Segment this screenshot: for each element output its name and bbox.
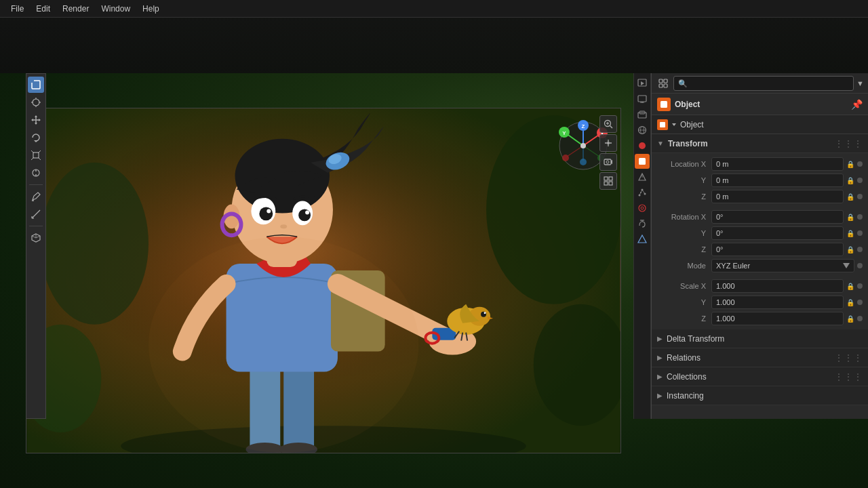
prop-render-icon[interactable] bbox=[635, 76, 650, 91]
scale-x-lock-icon[interactable]: 🔒 bbox=[846, 283, 854, 290]
rotation-y-input[interactable]: 0° bbox=[711, 226, 844, 240]
viewport-pan-btn[interactable] bbox=[599, 134, 617, 152]
scale-y-lock-icon[interactable]: 🔒 bbox=[846, 299, 854, 306]
object-properties-title: Object bbox=[675, 100, 851, 109]
prop-physics-icon[interactable] bbox=[635, 201, 650, 216]
rotation-z-input[interactable]: 0° bbox=[711, 243, 844, 256]
prop-output-icon[interactable] bbox=[635, 92, 650, 106]
instancing-section[interactable]: ▶ Instancing bbox=[652, 386, 868, 405]
scale-x-dot[interactable] bbox=[857, 283, 863, 289]
svg-text:Y: Y bbox=[562, 130, 566, 136]
prop-constraints-icon[interactable] bbox=[635, 216, 650, 231]
collections-title: Collections bbox=[667, 372, 834, 382]
svg-line-18 bbox=[38, 157, 41, 160]
panel-dropdown-arrow[interactable]: ▼ bbox=[856, 79, 864, 87]
rotation-x-label: Rotation X bbox=[657, 213, 711, 221]
location-y-lock-icon[interactable]: 🔒 bbox=[846, 177, 854, 184]
panel-view-icon-btn[interactable] bbox=[656, 76, 671, 91]
panel-header: ▼ bbox=[652, 73, 868, 94]
toolbar-sep-1 bbox=[29, 184, 43, 185]
rotation-x-input[interactable]: 0° bbox=[711, 210, 844, 224]
location-x-dot[interactable] bbox=[857, 161, 863, 167]
svg-point-54 bbox=[259, 207, 273, 220]
svg-marker-9 bbox=[35, 115, 37, 117]
object-selector[interactable]: Object bbox=[652, 115, 868, 134]
location-x-lock-icon[interactable]: 🔒 bbox=[846, 161, 854, 168]
prop-viewlayer-icon[interactable] bbox=[635, 107, 650, 122]
menu-window[interactable]: Window bbox=[96, 3, 136, 15]
menu-render[interactable]: Render bbox=[57, 3, 94, 15]
tool-cursor[interactable] bbox=[28, 94, 44, 110]
location-z-dot[interactable] bbox=[857, 194, 863, 199]
scale-z-dot[interactable] bbox=[857, 316, 863, 321]
prop-modifier-icon[interactable] bbox=[635, 169, 650, 184]
location-x-input[interactable]: 0 m bbox=[711, 157, 844, 171]
location-y-dot[interactable] bbox=[857, 178, 863, 183]
menu-help[interactable]: Help bbox=[137, 3, 165, 15]
rotation-x-value-container: 0° 🔒 bbox=[711, 210, 863, 224]
viewport-zoom-btn[interactable] bbox=[599, 115, 617, 133]
rotation-z-lock-icon[interactable]: 🔒 bbox=[846, 246, 854, 253]
tool-add-cube[interactable] bbox=[28, 230, 44, 246]
location-z-input[interactable]: 0 m bbox=[711, 190, 844, 203]
scale-x-input[interactable]: 1.000 bbox=[711, 279, 844, 293]
menu-edit[interactable]: Edit bbox=[31, 3, 56, 15]
prop-scene-icon[interactable] bbox=[635, 123, 650, 138]
prop-data-icon[interactable] bbox=[635, 232, 650, 247]
scale-y-input[interactable]: 1.000 bbox=[711, 296, 844, 309]
tool-measure[interactable] bbox=[28, 206, 44, 222]
rotation-x-dot[interactable] bbox=[857, 214, 863, 220]
svg-point-118 bbox=[641, 207, 644, 209]
prop-particles-icon[interactable] bbox=[635, 185, 650, 200]
transform-options-icon[interactable]: ⋮⋮⋮ bbox=[834, 138, 863, 149]
rotation-mode-dropdown[interactable]: XYZ Euler bbox=[711, 259, 854, 272]
collections-options-icon[interactable]: ⋮⋮⋮ bbox=[834, 371, 863, 382]
tool-rotate[interactable] bbox=[28, 129, 44, 146]
tool-annotate[interactable] bbox=[28, 188, 44, 205]
location-z-value-container: 0 m 🔒 bbox=[711, 190, 863, 203]
transform-expand-icon: ▼ bbox=[657, 140, 664, 147]
relations-section[interactable]: ▶ Relations ⋮⋮⋮ bbox=[652, 348, 868, 367]
scale-y-dot[interactable] bbox=[857, 300, 863, 305]
tool-transform[interactable] bbox=[28, 165, 44, 181]
rotation-x-lock-icon[interactable]: 🔒 bbox=[846, 214, 854, 221]
delta-transform-title: Delta Transform bbox=[667, 334, 863, 344]
tool-scale[interactable] bbox=[28, 147, 44, 163]
instancing-expand-icon: ▶ bbox=[657, 392, 663, 399]
svg-line-87 bbox=[610, 126, 613, 129]
location-y-input[interactable]: 0 m bbox=[711, 174, 844, 187]
tool-move[interactable] bbox=[28, 112, 44, 128]
svg-line-116 bbox=[642, 190, 645, 194]
svg-rect-126 bbox=[660, 101, 667, 108]
svg-text:Z: Z bbox=[582, 123, 585, 129]
viewport-camera-btn[interactable] bbox=[599, 153, 617, 171]
pin-button[interactable]: 📌 bbox=[851, 99, 863, 110]
viewport[interactable]: Z X Y bbox=[26, 108, 621, 453]
viewport-grid-btn[interactable] bbox=[599, 172, 617, 190]
svg-rect-96 bbox=[604, 182, 608, 185]
prop-object-icon[interactable] bbox=[635, 154, 650, 169]
svg-point-58 bbox=[280, 224, 287, 228]
transform-section-header[interactable]: ▼ Transform ⋮⋮⋮ bbox=[652, 134, 868, 153]
object-properties-header: Object 📌 bbox=[652, 94, 868, 115]
collections-section[interactable]: ▶ Collections ⋮⋮⋮ bbox=[652, 367, 868, 386]
rotation-mode-dot[interactable] bbox=[857, 263, 863, 268]
prop-world-icon[interactable] bbox=[635, 138, 650, 153]
scale-y-value-container: 1.000 🔒 bbox=[711, 296, 863, 309]
rotation-y-lock-icon[interactable]: 🔒 bbox=[846, 230, 854, 237]
rotation-z-dot[interactable] bbox=[857, 247, 863, 252]
delta-transform-section[interactable]: ▶ Delta Transform bbox=[652, 329, 868, 348]
location-z-lock-icon[interactable]: 🔒 bbox=[846, 193, 854, 201]
svg-point-90 bbox=[607, 142, 610, 144]
scale-z-input[interactable]: 1.000 bbox=[711, 312, 844, 325]
relations-options-icon[interactable]: ⋮⋮⋮ bbox=[834, 352, 863, 363]
tool-select-box[interactable] bbox=[28, 77, 44, 93]
menu-file[interactable]: File bbox=[5, 3, 29, 15]
svg-point-55 bbox=[298, 209, 311, 221]
rotation-mode-row: Mode XYZ Euler bbox=[652, 258, 868, 274]
scale-z-lock-icon[interactable]: 🔒 bbox=[846, 315, 854, 323]
properties-search[interactable] bbox=[673, 76, 854, 91]
properties-content: ▼ Transform ⋮⋮⋮ Location X 0 m 🔒 Y bbox=[652, 134, 868, 419]
svg-rect-123 bbox=[664, 79, 667, 83]
rotation-y-dot[interactable] bbox=[857, 230, 863, 236]
